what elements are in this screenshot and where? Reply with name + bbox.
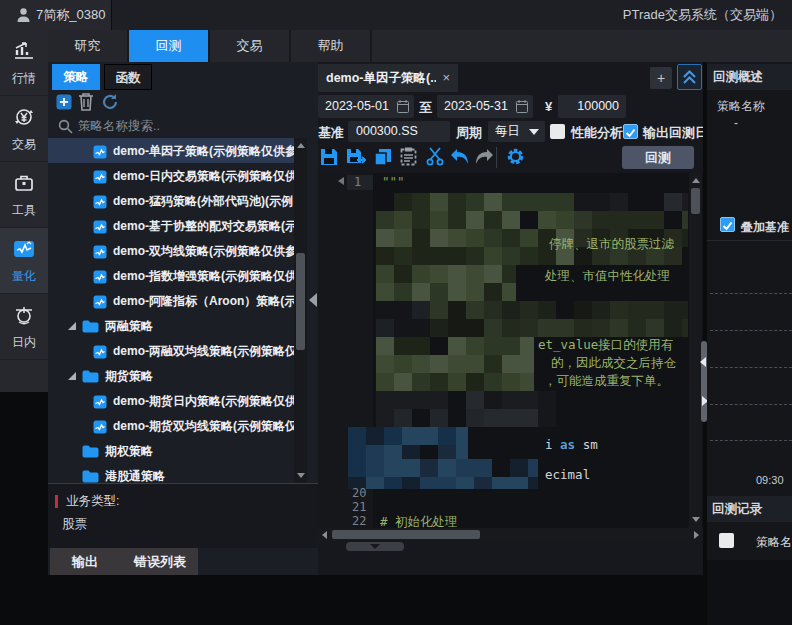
tab-functions[interactable]: 函数 [104, 64, 152, 90]
tree-item[interactable]: demo-两融双均线策略(示例策略仅 [48, 338, 304, 363]
search-input[interactable]: 策略名称搜索.. [78, 118, 160, 135]
tree-item[interactable]: demo-日内交易策略(示例策略仅供 [48, 163, 304, 188]
editor-vscroll-thumb[interactable] [691, 188, 700, 214]
copy-icon[interactable] [374, 148, 392, 166]
line-number: 22 [352, 514, 366, 528]
chevron-down-icon [370, 544, 380, 549]
expander-icon[interactable] [68, 322, 76, 330]
capital-field[interactable]: 100000 [558, 95, 626, 118]
sidebar-item-4[interactable]: 日内 [0, 294, 48, 360]
benchmark-field[interactable]: 000300.SS [348, 121, 450, 142]
tree-scroll-thumb[interactable] [296, 253, 305, 350]
trash-icon[interactable] [77, 92, 95, 111]
scroll-up-arrow[interactable] [297, 143, 305, 148]
title-bar: 7简称_0380 PTrade交易系统（交易端） [0, 0, 792, 30]
output-log-checkbox[interactable] [623, 124, 638, 139]
sidebar-item-1[interactable]: 交易 [0, 96, 48, 162]
expander-icon[interactable] [68, 372, 76, 380]
save-as-icon[interactable] [346, 148, 366, 166]
sidebar-item-label: 日内 [0, 334, 48, 351]
splitter-left-arrow[interactable] [700, 357, 706, 367]
refresh-icon[interactable] [101, 93, 119, 111]
output-button[interactable]: 输出 [72, 548, 98, 575]
code-editor[interactable]: 1 """ 停牌、退市的股票过滤处理、市值中性化处理et_value接口的使用有… [318, 173, 703, 528]
paste-icon[interactable] [400, 147, 417, 166]
collapse-settings-button[interactable] [677, 64, 702, 90]
document-tab[interactable]: demo-单因子策略(... × [318, 64, 458, 92]
start-date-field[interactable]: 2023-05-01 [318, 95, 414, 118]
tree-scrollbar[interactable] [294, 138, 307, 483]
collapse-left-panel-arrow[interactable] [309, 293, 317, 307]
main-tab-1[interactable]: 回测 [129, 30, 210, 62]
record-column-label: 策略名 [756, 534, 792, 551]
folder-icon [82, 442, 105, 459]
close-tab-icon[interactable]: × [442, 64, 450, 92]
calendar-icon[interactable] [397, 100, 409, 113]
code-fragment: et_value接口的使用有 [538, 337, 673, 354]
tree-item[interactable]: demo-猛犸策略(外部代码池)(示例 [48, 188, 304, 213]
period-label: 周期 [456, 124, 482, 142]
tree-item[interactable]: demo-单因子策略(示例策略仅供参 [48, 138, 304, 163]
strategy-tree: demo-单因子策略(示例策略仅供参demo-日内交易策略(示例策略仅供demo… [48, 138, 320, 483]
tab-strategy[interactable]: 策略 [52, 64, 100, 90]
user-icon [16, 7, 31, 23]
tree-folder[interactable]: 期权策略 [48, 438, 304, 463]
sidebar-item-3[interactable]: 量化 [0, 228, 48, 294]
scroll-right-arrow[interactable] [694, 531, 699, 539]
main-tab-0[interactable]: 研究 [48, 30, 129, 62]
main-tab-2[interactable]: 交易 [210, 30, 291, 62]
tree-item[interactable]: demo-指数增强策略(示例策略仅供 [48, 263, 304, 288]
calendar-icon[interactable] [516, 100, 528, 113]
scroll-down-arrow[interactable] [297, 473, 305, 478]
period-dropdown[interactable]: 每日 [488, 121, 545, 142]
sidebar-item-2[interactable]: 工具 [0, 162, 48, 228]
workspace: demo-单因子策略(... × + 2023-05-01 至 2023-05-… [318, 62, 703, 575]
tree-item[interactable]: demo-期货日内策略(示例策略仅供 [48, 388, 304, 413]
main-tab-3[interactable]: 帮助 [291, 30, 372, 62]
add-tab-button[interactable]: + [650, 67, 672, 89]
records-area [707, 560, 792, 625]
check-icon [624, 126, 637, 139]
strategy-name-label: 策略名称 [717, 98, 765, 115]
tree-item[interactable]: demo-期货双均线策略(示例策略仅 [48, 413, 304, 438]
scroll-up-arrow[interactable] [692, 178, 700, 183]
chart-gridline [710, 404, 792, 405]
business-type-label: 业务类型: [66, 493, 119, 510]
record-select-checkbox[interactable] [719, 533, 734, 548]
scroll-left-arrow[interactable] [322, 531, 327, 539]
cut-icon[interactable] [426, 147, 444, 166]
sidebar-item-0[interactable]: 行情 [0, 30, 48, 96]
overlay-benchmark-label: 叠加基准 [741, 219, 789, 236]
end-date-field[interactable]: 2023-05-31 [437, 95, 533, 118]
run-backtest-button[interactable]: 回测 [622, 146, 694, 169]
performance-checkbox[interactable] [550, 124, 565, 139]
overlay-benchmark-checkbox[interactable] [720, 217, 735, 232]
settings-gear-icon[interactable] [506, 147, 525, 166]
tree-folder[interactable]: 期货策略 [48, 363, 304, 388]
tree-item[interactable]: demo-双均线策略(示例策略仅供参 [48, 238, 304, 263]
overview-header: 回测概述 [707, 64, 792, 90]
time-axis-label: 09:30 [756, 474, 784, 486]
user-account-button[interactable]: 7简称_0380 [0, 0, 112, 30]
tree-item[interactable]: demo-基于协整的配对交易策略(示 [48, 213, 304, 238]
editor-hscroll-thumb[interactable] [332, 530, 480, 539]
undo-icon[interactable] [450, 148, 470, 165]
add-icon[interactable] [56, 94, 72, 110]
scroll-down-arrow[interactable] [692, 517, 700, 522]
tree-folder[interactable]: 两融策略 [48, 313, 304, 338]
console-splitter-handle[interactable] [346, 542, 404, 551]
tree-item-label: demo-双均线策略(示例策略仅供参 [113, 244, 297, 258]
tree-item[interactable]: demo-阿隆指标（Aroon）策略(示 [48, 288, 304, 313]
currency-label: ¥ [545, 99, 552, 114]
save-icon[interactable] [320, 148, 338, 166]
app-window: 7简称_0380 PTrade交易系统（交易端） 研究回测交易帮助 行情交易工具… [0, 0, 792, 625]
strategy-file-icon [93, 242, 113, 259]
strategy-info-panel: 业务类型: 股票 [48, 483, 320, 548]
to-label: 至 [419, 99, 432, 117]
error-list-button[interactable]: 错误列表 [134, 548, 186, 575]
chart-gridline [710, 440, 792, 441]
tree-folder[interactable]: 港股通策略 [48, 463, 304, 483]
strategy-name-value: - [734, 116, 738, 130]
editor-hscrollbar[interactable] [318, 528, 703, 541]
redo-icon[interactable] [474, 148, 494, 165]
